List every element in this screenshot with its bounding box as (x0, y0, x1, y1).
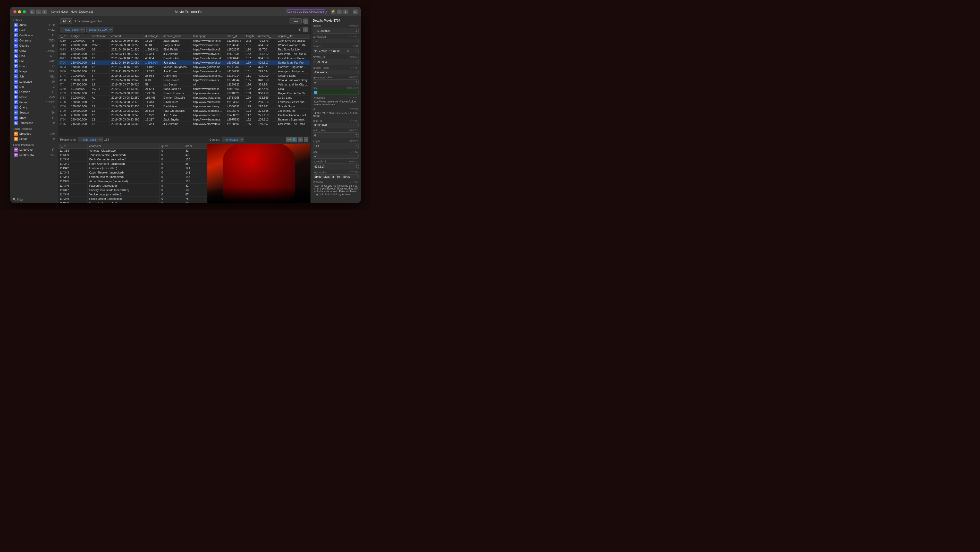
col-header-budget[interactable]: budget (69, 34, 90, 39)
panel-toggle-icon[interactable]: ⊟ (353, 10, 358, 14)
rel-table-row[interactable]: 114343Czech Reveler (uncredited)0141 (58, 170, 207, 175)
rel-table-row[interactable]: 114347Sneezy Tour Guide (uncredited)0100 (58, 188, 207, 192)
table-row[interactable]: 4653170.000.000122021-04-30 16:01:39011.… (58, 65, 310, 69)
detail-value[interactable]: nil (313, 154, 359, 159)
value-stepper[interactable]: ▲▼ (355, 133, 357, 138)
table-row[interactable]: 4250120.000.000122019-05-03 16:02:0406.1… (58, 78, 310, 82)
col-header-imdb-id[interactable]: imdb_id (225, 34, 245, 39)
sidebar-item-certification[interactable]: ECertification11 (11, 33, 57, 38)
col-header-director-id[interactable]: director_id (143, 34, 162, 39)
entity-filter-select[interactable]: movie_casts (60, 27, 85, 32)
table-row[interactable]: 1760175.000.000122019-05-03 08:22:43019.… (58, 104, 310, 109)
stepper-down[interactable]: ▼ (355, 31, 357, 33)
table-row[interactable]: 1754250.000.000122019-05-03 08:23:39015.… (58, 117, 310, 122)
relationship-select[interactable]: movie_casts (78, 137, 103, 143)
web-btn[interactable]: Web 🌐 (286, 137, 297, 142)
table-row[interactable]: 3475245.000.000122019-05-03 08:53:56015.… (58, 122, 310, 126)
table-row[interactable]: 1753200.000.000122019-05-03 08:22:380129… (58, 91, 310, 95)
value-stepper[interactable]: ▲▼ (355, 29, 357, 33)
rel-table-row[interactable]: 114338Venetian Glassblower031 (58, 149, 207, 153)
table-row[interactable]: 5213200.000.000PG-132022-03-09 20:23:250… (58, 43, 310, 48)
add-condition-button[interactable]: + (303, 27, 309, 32)
value-stepper[interactable]: ▲▼ (355, 80, 357, 84)
sidebar-item-tombstone[interactable]: ETombstone0 (11, 120, 57, 125)
refresh-icon[interactable]: ↻ (337, 10, 342, 14)
rel-table-row[interactable]: 114345Airport Passenger (uncredited)0116 (58, 179, 207, 184)
sidebar-item-crew[interactable]: ECrew144052 (11, 48, 57, 53)
detail-value[interactable]: 429.617▲▼ (313, 163, 359, 170)
detail-value[interactable]: nil▲▼ (313, 79, 359, 85)
stepper-up[interactable]: ▲ (355, 29, 357, 31)
sidebar-item-job[interactable]: EJob812 (11, 74, 57, 79)
table-row[interactable]: 4704160.000.000122021-04-30 16:02:0501.2… (58, 60, 310, 65)
sidebar-item-list[interactable]: EList2 (11, 84, 57, 89)
minimize-button[interactable] (18, 10, 21, 13)
table-row[interactable]: 3818250.000.000122020-03-14 20:07:32015.… (58, 52, 310, 56)
sidebar-item-location[interactable]: ELocation17 (11, 89, 57, 95)
rel-table-row[interactable]: 114341Flight Attendant (uncredited)088 (58, 162, 207, 166)
rel-col-header[interactable]: Z_PK (58, 144, 88, 149)
table-row[interactable]: 525950.000.000PG-132022-07-07 14:43:2502… (58, 87, 310, 91)
breadcrumb-db[interactable]: Movie_Explorer.db3 (71, 10, 93, 13)
sidebar-item-language[interactable]: ELanguage70 (11, 79, 57, 84)
view-icon[interactable]: □ (36, 10, 41, 14)
detail-value[interactable]: 160.000.000▲▼ (313, 28, 359, 34)
sidebar-item-large-cast[interactable]: PLarge Cast57 (11, 147, 57, 152)
close-button[interactable] (13, 10, 16, 13)
filter-icon[interactable]: ⚡ (331, 10, 336, 14)
add-filter-button[interactable]: + (303, 19, 309, 24)
save-button[interactable]: Save (290, 18, 302, 24)
sidebar-item-person[interactable]: EPerson116302 (11, 100, 57, 105)
sidebar-item-extras[interactable]: RExtras0 (11, 136, 57, 141)
sidebar-toggle-icon[interactable]: ⊡ (30, 10, 35, 14)
detail-value[interactable]: 30/ 4/2021, 16:02:05✕▲▼ (313, 48, 359, 54)
maximize-button[interactable] (23, 10, 26, 13)
value-stepper[interactable]: ▲▼ (355, 60, 357, 64)
sidebar-item-country[interactable]: ECountry66 (11, 43, 57, 48)
stepper-down[interactable]: ▼ (355, 82, 357, 84)
rel-table-row[interactable]: 114346Passerby (uncredited)082 (58, 184, 207, 188)
detail-value[interactable]: tt6320628 (313, 123, 359, 127)
stepper-up[interactable]: ▲ (355, 144, 357, 146)
detail-value[interactable]: Spider-Man: Far From Home (313, 174, 359, 179)
sidebar-item-company[interactable]: ECompany3553 (11, 38, 57, 43)
detail-value[interactable]: 0▲▼ (313, 132, 359, 138)
sidebar-item-genre[interactable]: EGenre27 (11, 63, 57, 69)
sidebar-item-show[interactable]: EShow57 (11, 115, 57, 120)
col-header-Z-PK[interactable]: Z_PK (58, 34, 69, 39)
rel-col-header[interactable]: character (88, 144, 160, 149)
table-row[interactable]: 3660356.000.000122019-11-25 09:05:21019.… (58, 69, 310, 74)
rel-table-row[interactable]: 114339Tourist in Venice (uncredited)043 (58, 153, 207, 157)
detail-value[interactable]: 12 (313, 39, 359, 43)
col-header-certification[interactable]: certification (90, 34, 110, 39)
stepper-up[interactable]: ▲ (355, 80, 357, 82)
stepper-down[interactable]: ▼ (355, 146, 357, 148)
table-row[interactable]: 1729120.000.000122019-05-03 08:22:22025.… (58, 109, 310, 113)
col-header-director-name[interactable]: director_name (162, 34, 191, 39)
col-header-original-title[interactable]: original_title (277, 34, 310, 39)
table-row[interactable]: 1720180.000.00092019-05-03 08:22:17011.3… (58, 100, 310, 104)
rel-col-header[interactable]: order (184, 144, 207, 149)
stepper-up[interactable]: ▲ (355, 164, 357, 166)
stepper-down[interactable]: ▼ (355, 62, 357, 64)
value-stepper[interactable]: ▲▼ (355, 144, 357, 148)
col-header-moviedb----[interactable]: moviedb_... (256, 34, 277, 39)
rel-table-row[interactable]: 114344London Tourist (uncredited)0157 (58, 175, 207, 179)
breadcrumb-model[interactable]: Cached Model (51, 10, 67, 13)
value-stepper[interactable]: ▲▼ (355, 49, 357, 53)
sidebar-item-season[interactable]: ESeason66 (11, 110, 57, 115)
sidebar-item-episodes[interactable]: REpisodes349 (11, 131, 57, 136)
stepper-down[interactable]: ▼ (355, 135, 357, 138)
table-row[interactable]: 674177.200.000122019-05-03 07:59:42059Lu… (58, 82, 310, 87)
table-row[interactable]: 521970.000.000R2022-03-09 20:54:18015.21… (58, 39, 310, 43)
sidebar-item-large-crew[interactable]: PLarge Crew441 (11, 152, 57, 157)
sidebar-item-file[interactable]: EFile2442 (11, 59, 57, 63)
sidebar-item-query[interactable]: EQuery3 (11, 105, 57, 110)
condition-select[interactable]: @count ≥ 100 (86, 27, 113, 32)
table-row[interactable]: 174470.000.00062019-05-03 08:22:32023.96… (58, 74, 310, 78)
rel-table-row[interactable]: 114350Passerby (uncredited)0125 (58, 201, 207, 203)
detail-value[interactable]: 1.293.994▲▼ (313, 59, 359, 65)
menu-icon[interactable]: ≡ (343, 10, 348, 14)
stepper-up[interactable]: ▲ (355, 49, 357, 51)
rel-col-header[interactable]: guest (160, 144, 184, 149)
